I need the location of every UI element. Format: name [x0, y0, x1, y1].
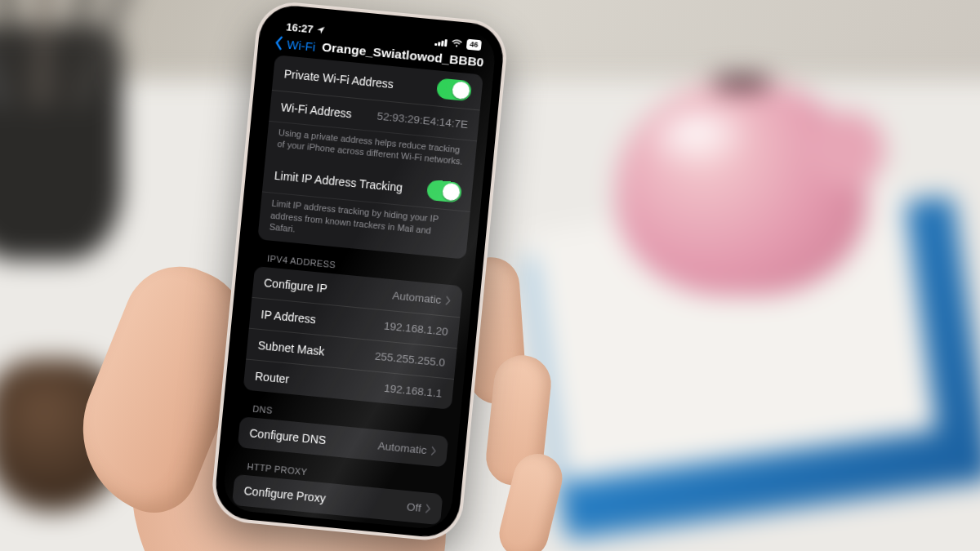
- chevron-right-icon: [425, 504, 431, 513]
- wifi-address-label: Wi-Fi Address: [280, 100, 352, 120]
- status-time: 16:27: [286, 20, 314, 35]
- wifi-icon: [451, 38, 463, 48]
- router-value: 192.168.1.1: [383, 382, 442, 400]
- privacy-group: Private Wi-Fi Address Wi-Fi Address 52:9…: [257, 55, 483, 260]
- router-label: Router: [255, 369, 290, 385]
- limit-ip-tracking-label: Limit IP Address Tracking: [274, 168, 403, 193]
- wifi-address-value: 52:93:29:E4:14:7E: [376, 110, 469, 131]
- private-wifi-address-toggle[interactable]: [436, 78, 472, 101]
- limit-ip-tracking-toggle[interactable]: [426, 180, 462, 203]
- location-icon: [316, 25, 326, 35]
- chevron-right-icon: [430, 446, 437, 455]
- screen: 16:27 46: [221, 11, 497, 531]
- configure-ip-value: Automatic: [392, 289, 442, 306]
- back-chevron-icon[interactable]: [273, 35, 286, 51]
- private-wifi-address-label: Private Wi-Fi Address: [283, 67, 394, 91]
- ip-address-label: IP Address: [261, 308, 317, 326]
- back-button[interactable]: Wi-Fi: [287, 37, 316, 53]
- configure-proxy-label: Configure Proxy: [243, 484, 326, 505]
- ip-address-value: 192.168.1.20: [383, 320, 448, 338]
- cellular-signal-icon: [435, 37, 448, 46]
- configure-proxy-value: Off: [406, 500, 421, 514]
- subnet-mask-label: Subnet Mask: [257, 339, 325, 358]
- ipv4-group: Configure IP Automatic IP Address 192.16…: [243, 266, 463, 410]
- configure-dns-label: Configure DNS: [249, 427, 327, 447]
- iphone-device: 16:27 46: [209, 0, 510, 544]
- subnet-mask-value: 255.255.255.0: [374, 350, 445, 369]
- battery-indicator: 46: [466, 39, 482, 51]
- configure-dns-value: Automatic: [377, 439, 427, 456]
- chevron-right-icon: [445, 295, 452, 305]
- configure-ip-label: Configure IP: [263, 276, 327, 295]
